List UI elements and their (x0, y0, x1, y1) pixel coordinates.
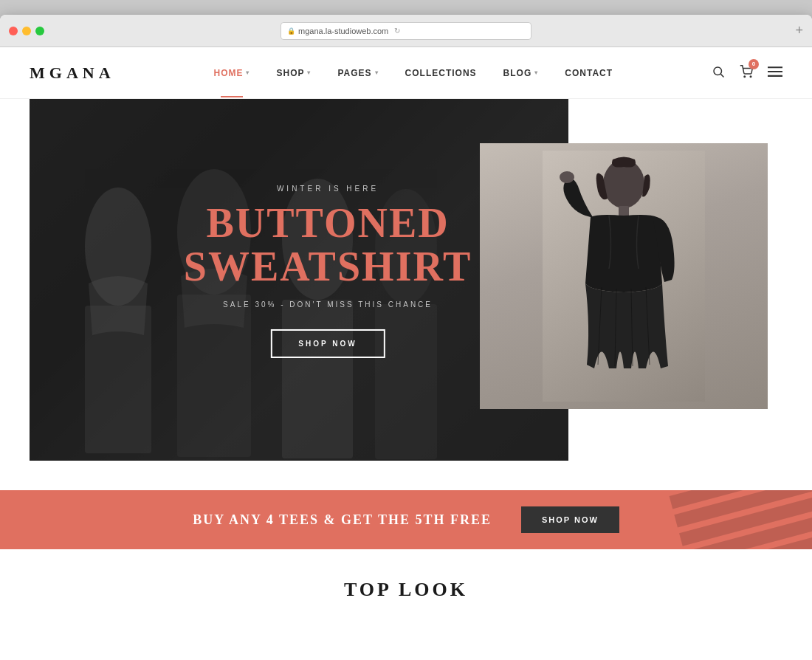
nav-item-contact[interactable]: CONTACT (551, 68, 626, 78)
close-dot[interactable] (9, 27, 18, 35)
chevron-down-icon: ▾ (246, 69, 250, 76)
navbar: MGANA HOME ▾ SHOP ▾ PAGES ▾ COLLECTIONS (0, 47, 812, 99)
svg-line-1 (720, 74, 723, 77)
browser-window: 🔒 mgana.la-studioweb.com ↻ + MGANA HOME … (0, 15, 812, 660)
chevron-down-icon: ▾ (307, 69, 311, 76)
promo-banner-bg (664, 490, 812, 549)
url-text: mgana.la-studioweb.com (298, 27, 388, 35)
cart-icon[interactable]: 0 (740, 65, 753, 81)
search-icon[interactable] (712, 65, 725, 81)
browser-chrome: 🔒 mgana.la-studioweb.com ↻ + (0, 15, 812, 47)
promo-stripes (670, 490, 812, 549)
cart-badge: 0 (749, 59, 759, 69)
nav-item-shop[interactable]: SHOP ▾ (263, 68, 324, 78)
hero-description: SALE 30% - DON'T MISS THIS CHANCE (184, 300, 472, 309)
nav-item-home[interactable]: HOME ▾ (200, 68, 263, 78)
website-content: MGANA HOME ▾ SHOP ▾ PAGES ▾ COLLECTIONS (0, 47, 812, 616)
promo-banner: BUY ANY 4 TEES & GET THE 5TH FREE SHOP N… (0, 490, 812, 549)
browser-dots (9, 27, 44, 35)
promo-shop-now-button[interactable]: SHOP NOW (521, 506, 619, 533)
lock-icon: 🔒 (287, 27, 295, 35)
maximize-dot[interactable] (35, 27, 44, 35)
model-figure (480, 143, 768, 409)
hero-title: BUTTONED SWEATSHIRT (184, 202, 472, 289)
hero-shop-now-button[interactable]: SHOP NOW (270, 329, 385, 358)
hero-text-overlay: WINTER IS HERE BUTTONED SWEATSHIRT SALE … (184, 185, 472, 358)
minimize-dot[interactable] (22, 27, 31, 35)
nav-item-collections[interactable]: COLLECTIONS (392, 68, 490, 78)
address-bar[interactable]: 🔒 mgana.la-studioweb.com ↻ (281, 22, 531, 40)
new-tab-button[interactable]: + (795, 23, 803, 38)
site-logo[interactable]: MGANA (30, 63, 115, 83)
hero-subtitle: WINTER IS HERE (184, 185, 472, 193)
svg-point-0 (714, 67, 722, 75)
nav-item-pages[interactable]: PAGES ▾ (324, 68, 391, 78)
chevron-down-icon: ▾ (534, 69, 538, 76)
nav-menu: HOME ▾ SHOP ▾ PAGES ▾ COLLECTIONS BLOG ▾ (200, 68, 626, 78)
refresh-icon[interactable]: ↻ (394, 27, 400, 35)
top-look-title: TOP LOOK (0, 579, 812, 601)
promo-banner-text: BUY ANY 4 TEES & GET THE 5TH FREE (193, 512, 492, 528)
top-look-section: TOP LOOK (0, 549, 812, 616)
svg-point-3 (750, 76, 751, 78)
hamburger-menu-icon[interactable] (768, 65, 782, 81)
svg-point-18 (560, 171, 574, 183)
hero-section: WINTER IS HERE BUTTONED SWEATSHIRT SALE … (0, 99, 812, 468)
hero-secondary-image (480, 143, 768, 409)
svg-point-2 (744, 76, 746, 78)
chevron-down-icon: ▾ (375, 69, 379, 76)
nav-actions: 0 (712, 65, 782, 81)
nav-item-blog[interactable]: BLOG ▾ (490, 68, 552, 78)
